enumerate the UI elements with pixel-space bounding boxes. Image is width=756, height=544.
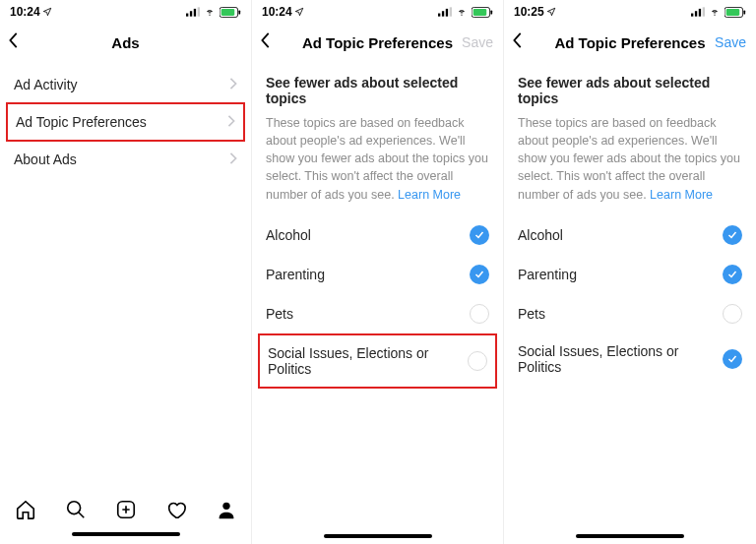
page-title: Ad Topic Preferences (302, 34, 453, 51)
checkmark-selected-icon (470, 225, 489, 245)
status-bar: 10:24 (0, 0, 251, 24)
about-ads-row[interactable]: About Ads (0, 142, 251, 177)
svg-rect-17 (691, 14, 693, 17)
highlight-social-issues: Social Issues, Elections or Politics (258, 333, 497, 389)
status-bar: 10:25 (504, 0, 756, 24)
status-time: 10:25 (514, 5, 544, 19)
home-indicator (576, 534, 684, 538)
ads-settings-list: Ad Activity Ad Topic Preferences About A… (0, 61, 251, 177)
topic-label: Social Issues, Elections or Politics (518, 343, 723, 375)
tab-bar (0, 491, 251, 544)
checkmark-selected-icon (723, 265, 742, 284)
signal-icon (438, 7, 452, 17)
battery-icon (220, 7, 241, 18)
svg-rect-12 (446, 9, 448, 17)
topic-pets[interactable]: Pets (252, 294, 503, 333)
svg-rect-1 (190, 11, 192, 16)
screen-ads: 10:24 Ads Ad Activity (0, 0, 252, 544)
row-label: About Ads (14, 151, 77, 167)
section-description: These topics are based on feedback about… (504, 114, 756, 208)
home-indicator (72, 532, 180, 536)
svg-point-7 (67, 502, 80, 514)
svg-rect-15 (473, 9, 487, 16)
page-title: Ad Topic Preferences (554, 34, 705, 51)
checkmark-unselected-icon (470, 304, 489, 324)
page-title: Ads (111, 34, 139, 51)
navbar: Ad Topic Preferences Save (252, 24, 503, 61)
signal-icon (186, 7, 200, 17)
topic-label: Alcohol (266, 227, 311, 243)
row-label: Ad Activity (14, 77, 78, 92)
create-tab[interactable] (115, 499, 137, 520)
status-bar: 10:24 (252, 0, 503, 24)
svg-rect-6 (238, 10, 240, 14)
topic-social-issues[interactable]: Social Issues, Elections or Politics (504, 333, 756, 385)
topic-label: Parenting (518, 267, 577, 282)
status-time: 10:24 (10, 5, 40, 19)
navbar: Ad Topic Preferences Save (504, 24, 756, 61)
topic-social-issues[interactable]: Social Issues, Elections or Politics (260, 335, 495, 387)
row-label: Ad Topic Preferences (16, 114, 147, 130)
svg-rect-22 (726, 9, 740, 16)
topic-parenting[interactable]: Parenting (504, 255, 756, 294)
svg-rect-3 (198, 7, 200, 16)
home-indicator (324, 534, 432, 538)
chevron-left-icon (260, 31, 272, 49)
topic-label: Parenting (266, 267, 325, 282)
topic-label: Alcohol (518, 227, 563, 243)
svg-rect-16 (490, 10, 492, 14)
person-icon (216, 499, 237, 520)
wifi-icon (708, 7, 722, 17)
topic-label: Pets (266, 306, 293, 322)
section-heading: See fewer ads about selected topics (252, 61, 503, 114)
highlight-ad-topic-preferences: Ad Topic Preferences (6, 102, 245, 142)
svg-rect-0 (186, 14, 188, 17)
save-button[interactable]: Save (715, 34, 746, 50)
location-icon (294, 7, 304, 17)
back-button[interactable] (260, 31, 272, 53)
ad-activity-row[interactable]: Ad Activity (0, 67, 251, 102)
search-tab[interactable] (65, 499, 87, 520)
battery-icon (472, 7, 493, 18)
chevron-left-icon (512, 31, 524, 49)
ad-topic-preferences-row[interactable]: Ad Topic Preferences (8, 104, 243, 140)
topic-alcohol[interactable]: Alcohol (504, 215, 756, 255)
topic-parenting[interactable]: Parenting (252, 255, 503, 294)
heart-icon (165, 499, 187, 520)
learn-more-link[interactable]: Learn More (398, 188, 461, 202)
home-tab[interactable] (15, 499, 36, 520)
signal-icon (691, 7, 705, 17)
activity-tab[interactable] (165, 499, 187, 520)
svg-rect-19 (699, 9, 701, 17)
wifi-icon (203, 7, 217, 17)
topic-label: Pets (518, 306, 545, 322)
svg-rect-20 (703, 7, 705, 16)
location-icon (42, 7, 52, 17)
checkmark-selected-icon (470, 265, 489, 284)
profile-tab[interactable] (216, 499, 237, 520)
topic-alcohol[interactable]: Alcohol (252, 215, 503, 255)
back-button[interactable] (512, 31, 524, 53)
svg-rect-23 (743, 10, 745, 14)
section-description: These topics are based on feedback about… (252, 114, 503, 208)
home-icon (15, 499, 36, 520)
chevron-right-icon (229, 77, 237, 92)
checkmark-selected-icon (723, 349, 742, 369)
search-icon (65, 499, 87, 520)
svg-rect-5 (221, 9, 235, 16)
section-heading: See fewer ads about selected topics (504, 61, 756, 114)
chevron-right-icon (227, 114, 235, 130)
navbar: Ads (0, 24, 251, 61)
svg-rect-13 (450, 7, 452, 16)
checkmark-unselected-icon (723, 304, 742, 324)
topic-pets[interactable]: Pets (504, 294, 756, 333)
save-button[interactable]: Save (462, 34, 493, 50)
screen-topic-prefs-after: 10:25 Ad Topic Preferences Save See fewe… (504, 0, 756, 544)
chevron-right-icon (229, 151, 237, 167)
svg-rect-10 (438, 14, 440, 17)
topics-list: Alcohol Parenting Pets Social Issues, El… (252, 208, 503, 389)
learn-more-link[interactable]: Learn More (650, 188, 713, 202)
wifi-icon (455, 7, 469, 17)
checkmark-selected-icon (723, 225, 742, 245)
back-button[interactable] (8, 31, 20, 53)
